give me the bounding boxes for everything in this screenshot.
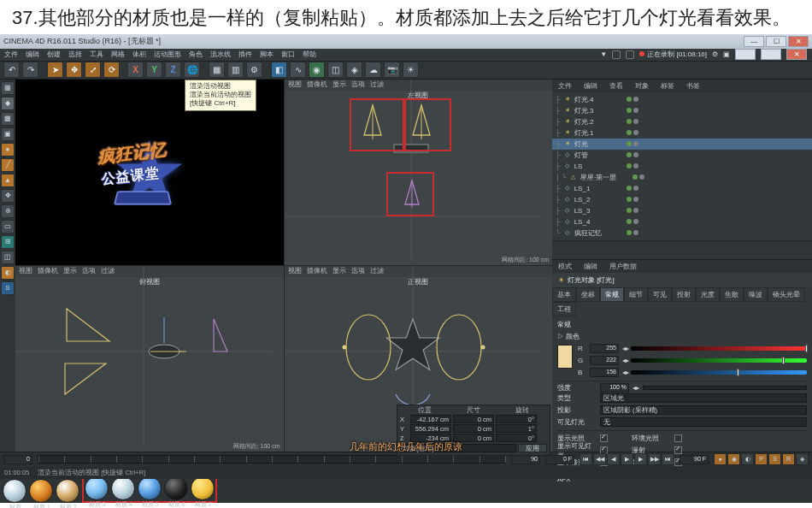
object-row[interactable]: ├◇LS_1 [552,183,812,194]
tl-range-end[interactable]: 90 F [680,455,709,464]
snap-button[interactable]: ⊞ [1,235,15,249]
tl-rot-key[interactable]: R [782,453,795,465]
attr-tab[interactable]: 镜头光晕 [768,287,805,302]
attr-tab[interactable]: 可见 [648,287,672,302]
attr-tab[interactable]: 细节 [624,287,648,302]
tl-prev-key[interactable]: ◀◀ [593,453,606,465]
attr-tab[interactable]: 投射 [672,287,696,302]
tl-start[interactable]: 0 [3,455,32,464]
attr-tab[interactable]: 光度 [696,287,720,302]
inner-close-button[interactable]: ✕ [786,49,807,60]
axis-mode-button[interactable]: ✥ [1,189,15,203]
g-field[interactable]: 222 [590,356,619,365]
inner-min-button[interactable]: — [735,49,756,60]
g-slider[interactable] [631,358,807,363]
workplane-button[interactable]: ◫ [1,251,15,264]
menu-item[interactable]: 选择 [68,50,82,59]
model-mode-button[interactable]: ◆ [1,97,15,110]
inner-max-button[interactable]: ☐ [761,49,781,60]
menu-item[interactable]: 工具 [90,50,103,59]
tl-autokey[interactable]: ◉ [727,453,740,465]
maximize-button[interactable]: ☐ [766,36,786,47]
point-mode-button[interactable]: ● [1,143,15,157]
tl-end[interactable]: 90 [511,455,540,464]
object-row[interactable]: ├☀灯光.2 [552,116,812,127]
attr-menu-item[interactable]: 用户数据 [603,260,643,273]
object-row[interactable]: ├☀灯光.1 [552,127,812,139]
coord-tab-size[interactable]: 尺寸 [467,406,480,415]
visible-dropdown[interactable]: 无 [600,417,807,427]
coord-tab-rot[interactable]: 旋转 [515,406,529,415]
minimize-button[interactable]: — [744,36,764,47]
tl-record[interactable]: ● [714,453,727,465]
attr-tab[interactable]: 基本 [552,287,576,302]
menu-item[interactable]: 脚本 [260,50,274,59]
tl-play[interactable]: ▶ [621,453,633,465]
obj-tab[interactable]: 文件 [552,80,578,92]
layout-icon[interactable] [612,50,621,59]
obj-tab[interactable]: 查看 [603,80,629,92]
obj-tab[interactable]: 书签 [680,80,706,92]
spline-button[interactable]: ∿ [290,62,306,78]
object-row[interactable]: ├◇LS_4 [552,216,812,227]
menu-item[interactable]: 角色 [189,50,203,59]
generator-button[interactable]: ◫ [327,62,344,78]
object-row[interactable]: ├☀灯光 [552,139,812,150]
material-ball[interactable] [3,479,26,503]
render-view-button[interactable]: ▦ [209,62,225,78]
intensity-field[interactable]: 100 % [600,383,629,393]
coord-apply-button[interactable]: 应用 [518,444,547,452]
tl-scale-key[interactable]: S [768,453,781,465]
object-row[interactable]: ├☀灯光.3 [552,105,812,116]
material-ball[interactable] [191,476,215,500]
chk-ambient[interactable] [674,434,682,442]
chk-diffuse[interactable] [674,446,682,454]
polygon-mode-button[interactable]: ▲ [1,174,15,187]
symmetry-button[interactable]: S [1,281,15,295]
menu-item[interactable]: 文件 [4,50,18,59]
undo-button[interactable]: ↶ [3,62,20,78]
layout-icon-2[interactable] [626,50,634,59]
render-settings-button[interactable]: ⚙ [246,62,262,78]
menu-item[interactable]: 编辑 [26,50,39,59]
menu-item[interactable]: 插件 [238,50,252,59]
material-ball[interactable] [111,476,135,500]
tl-prev-frame[interactable]: ◀ [607,453,620,465]
b-field[interactable]: 158 [590,368,619,377]
coord-size-field[interactable]: 0 cm [453,424,494,433]
tl-next-frame[interactable]: ▶ [634,453,647,465]
color-swatch[interactable] [557,345,573,369]
material-ball[interactable] [85,476,109,500]
menu-item[interactable]: 创建 [47,50,61,59]
material-ball[interactable] [138,476,162,500]
close-button[interactable]: ✕ [788,36,809,47]
attr-menu-item[interactable]: 编辑 [578,260,603,273]
tl-pos-key[interactable]: P [755,453,768,465]
make-editable-button[interactable]: ▦ [1,81,15,95]
material-ball[interactable] [29,479,53,503]
tl-next-key[interactable]: ▶▶ [648,453,661,465]
workplane-mode-button[interactable]: ▣ [1,127,15,141]
timeline-track[interactable] [38,455,506,464]
object-row[interactable]: ├◇灯管 [552,150,812,161]
edge-mode-button[interactable]: ╱ [1,158,15,172]
obj-tab[interactable]: 对象 [629,80,655,92]
coord-pos-field[interactable]: -42.167 cm [410,415,451,423]
object-row[interactable]: ├◇LS_2 [552,194,812,205]
texture-mode-button[interactable]: ▩ [1,112,15,126]
chk-show-illum[interactable] [600,434,608,442]
attr-tab[interactable]: 坐标 [576,287,600,302]
coord-rot-field[interactable]: 1° [496,424,537,433]
primitive-button[interactable]: ◧ [271,62,287,78]
y-axis-toggle[interactable]: Y [146,62,162,78]
coord-pos-field[interactable]: 556.294 cm [410,424,451,433]
attr-menu-item[interactable]: 模式 [552,260,578,273]
menu-item[interactable]: 帮助 [303,50,316,59]
b-slider[interactable] [631,370,807,375]
grid-icon[interactable]: ▣ [723,50,730,58]
menu-item[interactable]: 网格 [111,50,125,59]
gear-icon[interactable]: ⚙ [712,50,718,58]
tl-pla-key[interactable]: ◈ [796,453,809,465]
obj-tab[interactable]: 编辑 [578,80,603,92]
soft-select-button[interactable]: ◐ [1,266,15,280]
